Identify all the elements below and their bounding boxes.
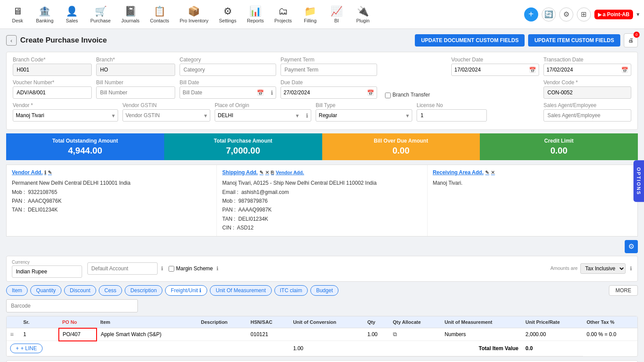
toggle-cess[interactable]: Cess	[99, 285, 122, 296]
shipping-address-cin: CIN : ASD12	[222, 223, 421, 232]
nav-filling[interactable]: 📁 Filling	[297, 3, 324, 26]
toggle-description[interactable]: Description	[125, 285, 162, 296]
vendor-code-input[interactable]	[543, 86, 631, 99]
shipping-address-close-icon[interactable]: ✕	[265, 169, 269, 177]
bill-date-input[interactable]	[180, 88, 254, 97]
table-header-row: Sr. PO No Item Description HSN/SAC Unit …	[7, 316, 637, 328]
margin-scheme-checkbox[interactable]	[169, 266, 174, 272]
th-drag	[7, 316, 20, 328]
branch-code-input[interactable]	[13, 64, 92, 76]
vendor-address-info-icon[interactable]: ℹ	[44, 169, 46, 177]
vendor-gstin-label: Vendor GSTIN	[122, 102, 210, 108]
nav-pro-inventory[interactable]: 📦 Pro Inventory	[174, 3, 213, 26]
voucher-date-input[interactable]	[452, 65, 525, 75]
vendor-gstin-input[interactable]	[123, 111, 201, 120]
place-of-origin-dropdown-icon[interactable]: ▾	[293, 112, 302, 119]
bill-number-label: Bill Number	[96, 79, 175, 86]
add-line-cell: + + LINE	[7, 341, 59, 356]
toggle-unit-of-measurement[interactable]: Unit Of Measurement	[210, 285, 271, 296]
nav-reports[interactable]: 📊 Reports	[241, 3, 269, 26]
branch-transfer-checkbox[interactable]	[385, 93, 391, 98]
shipping-vendor-add-link[interactable]: Vendor Add.	[276, 169, 304, 177]
barcode-input[interactable]	[6, 299, 138, 312]
toggle-freight-unit[interactable]: Freight/Unit ℹ	[165, 285, 207, 296]
add-button[interactable]: +	[524, 7, 538, 22]
due-date-input[interactable]	[281, 88, 364, 97]
toggle-quantity[interactable]: Quantity	[30, 285, 61, 296]
transaction-date-calendar-icon[interactable]: 📅	[619, 67, 631, 73]
contacts-icon: 📋	[154, 6, 165, 17]
dropdown-button[interactable]: ▾	[637, 11, 640, 18]
plus-icon: +	[16, 345, 19, 351]
cell-qty-allocate[interactable]: ⧉	[389, 328, 441, 341]
branch-input[interactable]	[96, 64, 175, 76]
shipping-address-copy-icon[interactable]: ⎘	[271, 169, 274, 177]
nav-journals[interactable]: 📓 Journals	[116, 3, 145, 26]
nav-settings[interactable]: ⚙ Settings	[214, 3, 242, 26]
currency-input[interactable]	[12, 265, 82, 278]
update-item-custom-fields-button[interactable]: UPDATE ITEM CUSTOM FIELDS	[528, 34, 620, 47]
back-button[interactable]: ‹	[6, 35, 17, 46]
nav-plugin[interactable]: 🔌 Plugin	[350, 3, 376, 26]
th-unit-meas: Unit of Measurement	[441, 316, 522, 328]
external-link-icon[interactable]: ⧉	[393, 331, 397, 337]
nav-banking[interactable]: 🏦 Banking	[31, 3, 59, 26]
nav-projects[interactable]: 🗂 Projects	[269, 3, 297, 26]
nav-bi[interactable]: 📈 BI	[324, 3, 350, 26]
update-document-custom-fields-button[interactable]: UPDATE DOCUMENT CUSTOM FIELDS	[415, 34, 525, 47]
nav-purchase[interactable]: 🛒 Purchase	[85, 3, 116, 26]
bill-date-calendar-icon[interactable]: 📅	[254, 90, 266, 96]
grid-button[interactable]: ⊞	[577, 7, 591, 22]
vendor-input-wrap: ▾	[13, 109, 118, 122]
cell-other-tax: 0.00 % = 0.0	[583, 328, 637, 341]
gear-section: ⚙	[6, 240, 638, 253]
more-button[interactable]: MORE	[609, 285, 638, 296]
place-of-origin-input[interactable]	[215, 111, 293, 120]
due-date-calendar-icon[interactable]: 📅	[364, 90, 377, 96]
amounts-are-select[interactable]: Tax Inclusive	[580, 263, 626, 274]
youtube-button[interactable]: ▶ a Point-AB	[594, 10, 633, 19]
vendor-input[interactable]	[13, 111, 109, 120]
bill-number-input[interactable]	[96, 86, 175, 99]
refresh-button[interactable]: 🔄	[542, 7, 556, 22]
amounts-are-info-icon[interactable]: ℹ	[630, 265, 632, 272]
place-of-origin-info-icon[interactable]: ℹ	[303, 112, 311, 119]
default-account-input[interactable]	[87, 262, 158, 275]
toggle-discount[interactable]: Discount	[64, 285, 96, 296]
cell-description	[198, 328, 247, 341]
license-no-input[interactable]	[417, 109, 487, 122]
receiving-address-close-icon[interactable]: ✕	[491, 169, 495, 177]
transaction-date-input[interactable]	[544, 65, 617, 75]
default-account-info-icon[interactable]: ℹ	[161, 265, 163, 272]
gear-button[interactable]: ⚙	[559, 7, 573, 22]
receiving-address-edit-icon[interactable]: ✎	[485, 169, 489, 177]
payment-term-input[interactable]	[281, 64, 377, 76]
nav-contacts[interactable]: 📋 Contacts	[145, 3, 174, 26]
category-input[interactable]	[180, 64, 276, 76]
options-tab[interactable]: OPTIONS	[633, 160, 644, 202]
add-line-button[interactable]: + + LINE	[10, 344, 43, 353]
voucher-number-group: Voucher Number*	[13, 79, 92, 99]
place-of-origin-input-wrap: ▾ ℹ	[215, 109, 311, 122]
toggle-budget[interactable]: Budget	[310, 285, 338, 296]
sales-agent-label: Sales Agent/Employee	[543, 102, 631, 108]
vendor-dropdown-icon[interactable]: ▾	[109, 112, 118, 119]
vendor-gstin-dropdown-icon[interactable]: ▾	[201, 112, 210, 119]
drag-handle[interactable]: ≡	[7, 328, 20, 341]
sales-agent-input[interactable]	[543, 109, 631, 122]
bill-type-input[interactable]	[316, 111, 403, 120]
nav-desk[interactable]: 🖥 Desk	[4, 3, 31, 26]
cell-po-no[interactable]: PO/407	[59, 328, 97, 341]
toggle-itc-claim[interactable]: ITC claim	[274, 285, 308, 296]
total-item-value-label: Total Item Value	[441, 341, 522, 356]
bill-date-info-icon[interactable]: ℹ	[268, 90, 276, 96]
voucher-date-calendar-icon[interactable]: 📅	[526, 67, 539, 73]
bill-type-dropdown-icon[interactable]: ▾	[403, 112, 412, 119]
voucher-number-input[interactable]	[13, 86, 92, 99]
vendor-address-edit-icon[interactable]: ✎	[48, 169, 52, 177]
gear-settings-button[interactable]: ⚙	[625, 240, 638, 253]
toggle-item[interactable]: Item	[6, 285, 28, 296]
shipping-address-edit-icon[interactable]: ✎	[259, 169, 263, 177]
nav-sales[interactable]: 👤 Sales	[59, 3, 85, 26]
margin-scheme-info-icon[interactable]: ℹ	[216, 265, 219, 272]
